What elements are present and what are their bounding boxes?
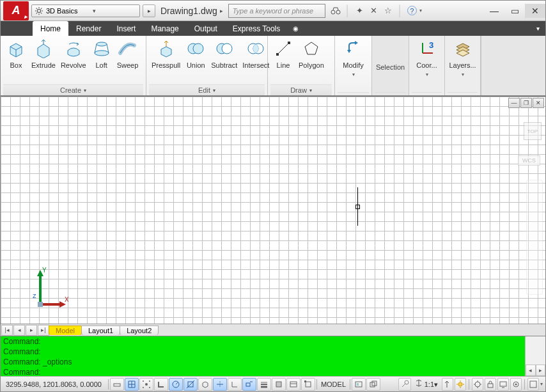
svg-line-41	[176, 382, 178, 384]
svg-rect-34	[114, 384, 120, 386]
sb-dyn-icon[interactable]	[242, 378, 256, 391]
sb-infer-icon[interactable]	[110, 378, 124, 391]
infocenter-search[interactable]	[228, 4, 325, 18]
tab-output[interactable]: Output	[187, 21, 225, 36]
status-anno-scale[interactable]: 1:1▾	[412, 379, 441, 389]
command-line[interactable]: Command: Command: Command: _options Comm…	[1, 336, 525, 376]
svg-line-62	[402, 384, 405, 387]
maximize-button[interactable]: ▭	[504, 4, 525, 18]
help-icon[interactable]: ?	[407, 6, 417, 15]
cmd-layers[interactable]: Layers... ▾	[446, 37, 478, 79]
cmd-modify[interactable]: Modify ▾	[340, 37, 366, 79]
cmd-presspull[interactable]: Presspull	[149, 37, 183, 70]
svg-point-36	[143, 380, 144, 382]
status-bar: 3295.9488, 1201.8063, 0.0000 MODEL	[1, 376, 545, 391]
sb-quickview-layouts-icon[interactable]	[352, 378, 366, 391]
sb-grid-icon[interactable]	[125, 378, 139, 391]
drawing-area[interactable]: — ❐ ✕ TOP WCS Y X Z	[1, 96, 545, 324]
sb-annovisibility-icon[interactable]	[442, 378, 453, 391]
svg-point-12	[95, 51, 109, 56]
minimize-button[interactable]: —	[484, 4, 504, 18]
svg-point-10	[336, 10, 340, 14]
sb-lock-ui-icon[interactable]	[485, 378, 496, 391]
cmd-scroll-right[interactable]: ▸	[536, 365, 546, 376]
sb-hardware-icon[interactable]	[497, 378, 509, 391]
layout-nav-prev[interactable]: ◂	[13, 325, 25, 336]
layout-nav-last[interactable]: ▸|	[38, 325, 49, 336]
exchange-icon[interactable]: ✕	[369, 6, 379, 16]
binoculars-icon[interactable]	[331, 6, 341, 16]
sb-annoscale-icon[interactable]	[398, 378, 411, 391]
command-scroll: ◂ ▸	[525, 336, 545, 376]
workspace-select[interactable]: 3D Basics ▾	[31, 4, 140, 17]
layout-tab-2[interactable]: Layout2	[120, 325, 159, 335]
sb-qp-icon[interactable]	[286, 378, 300, 391]
cmd-extrude[interactable]: Extrude	[29, 37, 58, 70]
sb-osnap-icon[interactable]	[183, 378, 198, 391]
cmd-box[interactable]: Box	[3, 37, 29, 70]
layers-icon	[453, 38, 473, 59]
panel-draw-title[interactable]: Draw▾	[270, 84, 332, 95]
sb-cleanscreen-icon[interactable]	[527, 378, 539, 391]
loft-icon	[91, 38, 112, 59]
panel-selection[interactable]: Selection	[372, 36, 409, 95]
navigation-bar[interactable]	[526, 180, 543, 295]
doc-minimize-button[interactable]: —	[508, 98, 520, 108]
sb-snap-icon[interactable]	[139, 378, 153, 391]
doc-close-button[interactable]: ✕	[533, 98, 544, 108]
subscription-icon[interactable]: ✦	[355, 6, 365, 16]
sb-3dosnap-icon[interactable]	[198, 378, 212, 391]
panel-create-title[interactable]: Create▾	[3, 84, 143, 95]
tab-render[interactable]: Render	[68, 21, 109, 36]
status-coordinates[interactable]: 3295.9488, 1201.8063, 0.0000	[1, 380, 107, 388]
document-window-controls: — ❐ ✕	[508, 98, 544, 108]
tab-express[interactable]: Express Tools	[225, 21, 288, 36]
layout-tab-model[interactable]: Model	[49, 325, 82, 335]
svg-text:Z: Z	[33, 293, 36, 299]
panel-edit: Presspull Union Subtract Intersect Edit▾	[146, 36, 268, 95]
cmd-revolve[interactable]: Revolve	[58, 37, 89, 70]
sb-polar-icon[interactable]	[169, 378, 183, 391]
cmd-coordinates[interactable]: 3 Coor... ▾	[414, 37, 439, 79]
cmd-polygon[interactable]: Polygon	[296, 37, 327, 70]
wcs-label[interactable]: WCS	[518, 155, 540, 166]
sb-ducs-icon[interactable]	[228, 378, 242, 391]
qat-overflow-button[interactable]: ▸	[143, 4, 155, 17]
close-button[interactable]: ✕	[525, 4, 545, 18]
cmd-subtract[interactable]: Subtract	[208, 37, 240, 70]
sb-ws-switch-icon[interactable]	[472, 378, 483, 391]
tab-manage[interactable]: Manage	[143, 21, 186, 36]
app-menu-button[interactable]: A	[3, 1, 29, 20]
favorite-icon[interactable]: ☆	[383, 6, 393, 16]
tab-extra-icon[interactable]: ◉	[288, 21, 303, 36]
svg-rect-46	[246, 383, 250, 386]
layout-tab-1[interactable]: Layout1	[81, 325, 120, 335]
sb-tpy-icon[interactable]	[272, 378, 286, 391]
sb-otrack-icon[interactable]	[213, 378, 227, 391]
doc-restore-button[interactable]: ❐	[520, 98, 532, 108]
cmd-intersect[interactable]: Intersect	[240, 37, 272, 70]
tab-home[interactable]: Home	[33, 21, 68, 36]
view-cube-face[interactable]: TOP	[524, 122, 542, 140]
sb-sc-icon[interactable]	[301, 378, 315, 391]
cmd-union[interactable]: Union	[183, 37, 208, 70]
sb-isolate-icon[interactable]	[510, 378, 522, 391]
sb-ortho-icon[interactable]	[154, 378, 168, 391]
view-cube[interactable]: TOP	[524, 122, 542, 140]
layout-nav-next[interactable]: ▸	[26, 325, 37, 336]
panel-edit-title[interactable]: Edit▾	[149, 84, 265, 95]
cmd-sweep[interactable]: Sweep	[114, 37, 141, 70]
svg-line-8	[41, 8, 42, 8]
cmd-line[interactable]: Line	[270, 37, 296, 70]
layout-nav-first[interactable]: |◂	[1, 325, 13, 336]
sb-lwt-icon[interactable]	[257, 378, 271, 391]
sb-annoautoadd-icon[interactable]	[455, 378, 466, 391]
tab-insert[interactable]: Insert	[109, 21, 143, 36]
sb-quickview-drawings-icon[interactable]	[366, 378, 380, 391]
ribbon-minimize-icon[interactable]: ▾	[530, 21, 545, 36]
svg-line-19	[277, 43, 289, 54]
search-input[interactable]	[229, 6, 325, 16]
cmd-scroll-left[interactable]: ◂	[526, 365, 536, 376]
status-model-space[interactable]: MODEL	[318, 380, 348, 388]
cmd-loft[interactable]: Loft	[89, 37, 114, 70]
